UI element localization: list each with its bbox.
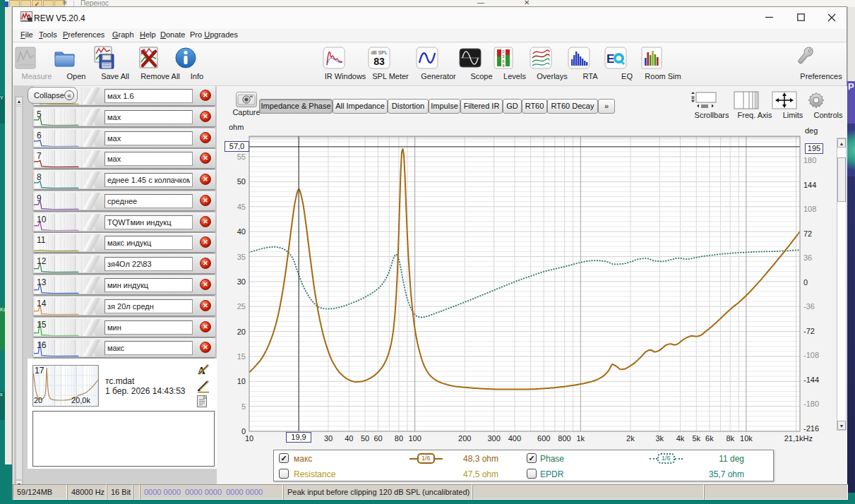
delete-measurement-button[interactable]: ✕ [200, 174, 211, 185]
background-minimize-icon: — [477, 0, 484, 6]
toolbar-button-label: IR Windows [321, 72, 369, 80]
measurement-row-15[interactable]: 15✕ [33, 318, 215, 337]
trace2-checkbox[interactable] [279, 469, 289, 479]
scroll-down-icon[interactable]: ▼ [837, 421, 846, 430]
measurement-name-input[interactable] [104, 236, 193, 250]
svg-text:-108: -108 [803, 351, 819, 359]
desktop-icon-fragment: Ka [0, 307, 5, 349]
trace-options-icon[interactable]: A [196, 364, 210, 376]
delete-measurement-button[interactable]: ✕ [200, 90, 211, 101]
toolbar-button-irwindows[interactable]: IR Windows [321, 45, 369, 80]
measurement-row-12[interactable]: 12✕ [33, 254, 215, 273]
trace3-style-icon[interactable]: 1/6 [650, 453, 683, 464]
minimize-button[interactable] [757, 7, 781, 27]
measurement-row-9[interactable]: 9✕ [33, 191, 215, 210]
wallpaper-blob-fragment [847, 124, 855, 176]
delete-measurement-button[interactable]: ✕ [200, 132, 211, 143]
measurements-scrollbar[interactable]: ▲ ▼ [15, 96, 23, 484]
delete-measurement-button[interactable]: ✕ [200, 258, 211, 269]
svg-text:-144: -144 [803, 376, 819, 384]
menu-item-file[interactable]: File [20, 30, 33, 39]
status-cell-3 [133, 484, 140, 500]
menu-item-graph[interactable]: Graph [112, 30, 134, 39]
measurement-row-16[interactable]: 16✕ [33, 338, 215, 357]
trace3-checkbox[interactable]: ✓ [527, 453, 537, 463]
scroll-up-icon[interactable]: ▲ [837, 138, 846, 148]
scroll-up-icon[interactable]: ▲ [16, 97, 23, 105]
toolbar-button-prefs[interactable]: Preferences [797, 45, 845, 80]
svg-text:400: 400 [508, 434, 521, 443]
toolbar-button-splmeter[interactable]: dB SPL83SPL Meter [366, 45, 414, 80]
measurement-row-10[interactable]: 10✕ [33, 212, 215, 232]
collapse-label: Collapse [34, 91, 64, 100]
svg-text:5k: 5k [692, 434, 700, 443]
measurement-number: 10 [37, 215, 46, 224]
svg-text:30: 30 [324, 434, 333, 443]
measurement-name-input[interactable] [104, 152, 193, 166]
delete-measurement-button[interactable]: ✕ [200, 111, 211, 122]
menu-item-tools[interactable]: Tools [39, 30, 57, 39]
toolbar-button-generator[interactable]: Generator [414, 45, 462, 80]
toolbar-button-label: Preferences [797, 72, 845, 80]
delete-measurement-button[interactable]: ✕ [200, 152, 211, 164]
measurement-name-input[interactable] [104, 299, 193, 313]
delete-measurement-button[interactable]: ✕ [200, 342, 211, 353]
measurement-name-input[interactable] [104, 320, 193, 335]
menu-item-preferences[interactable]: Preferences [63, 30, 104, 39]
toolbar-button-info[interactable]: Info [173, 45, 221, 80]
measurement-row-8[interactable]: 8✕ [33, 170, 215, 189]
measurement-row-6[interactable]: 6✕ [33, 128, 215, 148]
edit-pen-icon[interactable] [196, 379, 210, 392]
selected-measurement-number: 17 [35, 366, 44, 376]
scrollbar-thumb[interactable] [16, 106, 23, 480]
trace4-checkbox[interactable] [527, 469, 537, 479]
measurement-name-input[interactable] [104, 341, 193, 355]
status-cell-1: 48000 Hz [67, 484, 107, 500]
measurement-row-5[interactable]: 5✕ [33, 107, 215, 126]
measurement-date: 1 бер. 2026 14:43:53 [105, 386, 186, 396]
menu-item-help[interactable]: Help [140, 30, 156, 39]
delete-measurement-button[interactable]: ✕ [200, 300, 211, 311]
delete-measurement-button[interactable]: ✕ [200, 321, 211, 332]
desktop-corner [847, 493, 855, 504]
measurement-row-13[interactable]: 13✕ [33, 275, 215, 294]
measurement-notes-input[interactable] [32, 411, 215, 467]
status-bar: 59/124MB48000 Hz16 Bit0000 0000 0000 000… [13, 484, 848, 500]
trace1-style-icon[interactable]: 1/6 [409, 453, 443, 464]
measurement-name-input[interactable] [104, 215, 193, 229]
status-cell-4: 0000 0000 0000 0000 0000 0000 [140, 484, 283, 500]
measurement-row-7[interactable]: 7✕ [33, 149, 215, 168]
desktop-right-strip: P [847, 7, 855, 504]
toolbar-button-saveall[interactable]: Save All [91, 45, 139, 80]
graph-scrollbar[interactable]: ▲ ▼ [837, 138, 847, 431]
delete-measurement-button[interactable]: ✕ [200, 279, 211, 290]
trace3-value: 11 deg [695, 454, 744, 464]
delete-measurement-button[interactable]: ✕ [200, 195, 211, 206]
scrollbar-thumb[interactable] [837, 157, 846, 202]
measurement-number: 6 [37, 131, 42, 140]
delete-measurement-button[interactable]: ✕ [200, 236, 211, 248]
measurement-row-11[interactable]: 11✕ [33, 233, 215, 252]
close-button[interactable] [820, 7, 844, 27]
measurement-name-input[interactable] [104, 278, 193, 292]
impedance-phase-chart[interactable]: 510152025303540455055018014410872360-36-… [217, 86, 847, 446]
trace1-checkbox[interactable]: ✓ [279, 453, 289, 463]
toolbar-button-roomsim[interactable]: Room Sim [639, 45, 687, 80]
maximize-button[interactable] [789, 7, 813, 27]
measurement-name-input[interactable] [104, 89, 193, 103]
measurement-row-14[interactable]: 14✕ [33, 296, 215, 316]
collapse-button[interactable]: Collapse« [28, 87, 78, 104]
notes-doc-icon[interactable] [196, 395, 210, 408]
delete-measurement-button[interactable]: ✕ [200, 216, 211, 227]
svg-text:-72: -72 [803, 327, 815, 335]
menu-item-donate[interactable]: Donate [160, 30, 185, 39]
measurement-row[interactable]: Collapse«✕ [33, 86, 215, 105]
measurement-name-input[interactable] [104, 194, 193, 208]
measurement-name-input[interactable] [104, 131, 193, 145]
measurement-name-input[interactable] [104, 173, 193, 187]
measurement-name-input[interactable] [104, 257, 193, 271]
measurement-name-input[interactable] [104, 110, 193, 124]
desktop-icon-fragment: s [0, 392, 5, 420]
menu-item-pro-upgrades[interactable]: Pro Upgrades [190, 30, 238, 39]
trace4-value: 35,7 ohm [695, 469, 744, 479]
